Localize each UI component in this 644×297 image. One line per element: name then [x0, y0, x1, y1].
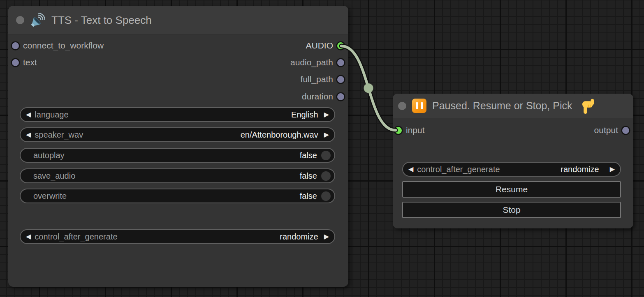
widget-value: en/Attenborough.wav	[241, 130, 324, 140]
output-slot-output[interactable]: output	[590, 124, 629, 136]
widget-language[interactable]: ◀ language English ▶	[20, 107, 335, 122]
combo-prev-icon[interactable]: ◀	[26, 131, 31, 138]
input-port-dot[interactable]	[395, 127, 402, 134]
combo-next-icon[interactable]: ▶	[324, 111, 329, 118]
audio-link-wire[interactable]	[341, 46, 396, 130]
widget-value: false	[300, 151, 321, 160]
widget-label: save_audio	[33, 171, 75, 181]
toggle-knob[interactable]	[321, 171, 331, 181]
widget-save-audio[interactable]: save_audio false	[20, 168, 335, 183]
input-slot-input[interactable]: input	[395, 124, 429, 136]
input-port-dot[interactable]	[12, 42, 19, 49]
widget-speaker-wav[interactable]: ◀ speaker_wav en/Attenborough.wav ▶	[20, 127, 335, 142]
widget-label: control_after_generate	[35, 232, 117, 242]
output-slot-label: AUDIO	[306, 41, 333, 51]
node-title-bar[interactable]: TTS - Text to Speech	[8, 6, 348, 35]
combo-prev-icon[interactable]: ◀	[26, 111, 31, 118]
input-slot-text[interactable]: text	[12, 56, 41, 69]
node-editor-canvas[interactable]: TTS - Text to Speech connect_to_workflow…	[0, 0, 644, 297]
output-slot-label: audio_path	[290, 58, 333, 67]
output-port-dot[interactable]	[337, 59, 344, 66]
collapse-dot[interactable]	[398, 102, 406, 110]
input-slot-label: connect_to_workflow	[23, 41, 104, 51]
output-port-dot[interactable]	[622, 127, 629, 134]
widget-value: randomize	[561, 165, 609, 174]
node-title: TTS - Text to Speech	[51, 14, 152, 27]
output-slot-label: duration	[302, 92, 333, 101]
toggle-knob[interactable]	[321, 191, 331, 201]
node-paused-resume-or-stop[interactable]: Paused. Resume or Stop, Pick input ou	[393, 94, 633, 228]
widget-value: false	[300, 171, 321, 181]
output-slot-label: output	[594, 125, 618, 135]
combo-prev-icon[interactable]: ◀	[26, 233, 31, 240]
toggle-knob[interactable]	[321, 151, 331, 160]
widget-autoplay[interactable]: autoplay false	[20, 148, 335, 163]
node-tts-text-to-speech[interactable]: TTS - Text to Speech connect_to_workflow…	[8, 6, 348, 287]
stop-button-label: Stop	[503, 205, 520, 215]
widget-label: control_after_generate	[417, 165, 500, 174]
pause-icon	[412, 99, 426, 113]
audio-link-wire-outline	[341, 46, 396, 130]
node-title-bar[interactable]: Paused. Resume or Stop, Pick	[393, 94, 633, 118]
input-slot-connect-to-workflow[interactable]: connect_to_workflow	[12, 39, 108, 52]
widget-overwrite[interactable]: overwrite false	[20, 189, 335, 203]
widget-value: English	[291, 110, 324, 120]
output-slot-audio-path[interactable]: audio_path	[286, 56, 344, 69]
combo-prev-icon[interactable]: ◀	[408, 166, 413, 173]
output-slot-label: full_path	[301, 74, 333, 84]
widget-label: autoplay	[33, 151, 65, 160]
output-port-dot[interactable]	[337, 42, 344, 49]
collapse-dot[interactable]	[16, 16, 24, 24]
resume-button[interactable]: Resume	[402, 181, 621, 198]
widget-value: false	[300, 191, 321, 201]
node-title: Paused. Resume or Stop, Pick	[432, 100, 572, 112]
widget-control-after-generate[interactable]: ◀ control_after_generate randomize ▶	[402, 162, 621, 177]
combo-next-icon[interactable]: ▶	[324, 131, 329, 138]
input-port-dot[interactable]	[12, 59, 19, 66]
output-port-dot[interactable]	[337, 93, 344, 100]
pointing-down-icon	[582, 98, 595, 114]
stop-button[interactable]: Stop	[402, 202, 621, 218]
input-slot-label: input	[406, 125, 425, 135]
widget-label: overwrite	[33, 191, 67, 201]
widget-label: speaker_wav	[35, 130, 83, 140]
output-slot-full-path[interactable]: full_path	[297, 73, 344, 85]
combo-next-icon[interactable]: ▶	[610, 166, 615, 173]
output-port-dot[interactable]	[337, 76, 344, 83]
output-slot-audio[interactable]: AUDIO	[301, 39, 344, 52]
loudspeaker-icon	[30, 12, 46, 28]
output-slot-duration[interactable]: duration	[298, 90, 344, 103]
resume-button-label: Resume	[496, 184, 528, 194]
widget-value: randomize	[280, 232, 324, 242]
widget-control-after-generate[interactable]: ◀ control_after_generate randomize ▶	[20, 229, 335, 244]
link-midpoint-dot[interactable]	[364, 83, 373, 93]
widget-label: language	[35, 110, 68, 120]
input-slot-label: text	[23, 58, 37, 67]
combo-next-icon[interactable]: ▶	[324, 233, 329, 240]
